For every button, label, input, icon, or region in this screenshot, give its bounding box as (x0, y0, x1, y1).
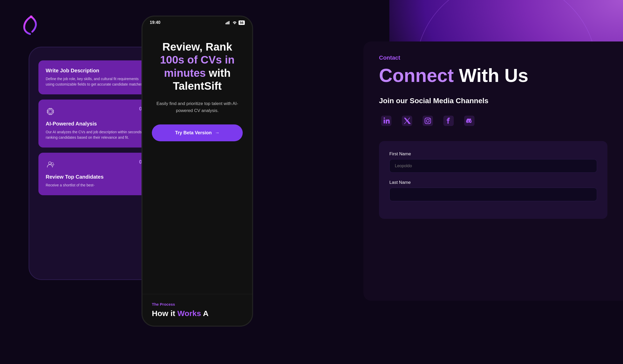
logo (21, 16, 42, 37)
panel-right: Contact Connect With Us Join our Social … (363, 41, 623, 301)
discord-icon[interactable] (462, 114, 477, 128)
process-title-suffix: A (201, 309, 208, 318)
headline-white-1: Review, Rank (162, 41, 232, 53)
social-section-title: Join our Social Media Channels (379, 96, 607, 106)
battery-indicator: 56 (239, 20, 245, 25)
contact-form: First Name Last Name (379, 141, 607, 219)
connect-purple: Connect (379, 65, 454, 86)
svg-rect-1 (48, 109, 53, 114)
status-time: 19:40 (150, 20, 160, 25)
feature-card-3-desc: Receive a shortlist of the best- (46, 183, 144, 188)
linkedin-icon[interactable] (379, 114, 394, 128)
process-title-white: How it (152, 309, 177, 318)
svg-rect-24 (423, 116, 433, 126)
phone-center: 19:40 56 Review, Rank 100s of CVs in min… (141, 16, 253, 327)
contact-label: Contact (379, 54, 607, 61)
svg-point-15 (49, 162, 51, 164)
process-title: How it Works A (152, 309, 243, 318)
feature-card-ai-analysis: 03 AI-Powered Analysis Our AI analyzes t… (38, 100, 151, 148)
connect-title: Connect With Us (379, 65, 607, 86)
social-icons-row (379, 114, 607, 128)
feature-card-2-title: AI-Powered Analysis (46, 121, 144, 127)
status-bar: 19:40 56 (143, 17, 252, 25)
person-icon (46, 160, 144, 170)
process-label: The Process (152, 302, 243, 306)
arrow-icon: → (215, 130, 220, 136)
svg-point-16 (51, 163, 53, 165)
try-beta-button[interactable]: Try Beta Version → (152, 124, 243, 141)
last-name-input[interactable] (389, 188, 597, 201)
feature-card-3-title: Review Top Candidates (46, 174, 144, 180)
instagram-icon[interactable] (421, 114, 435, 128)
cpu-icon (46, 107, 144, 117)
svg-rect-2 (49, 110, 52, 113)
status-icons: 56 (226, 20, 245, 25)
feature-card-2-desc: Our AI analyzes the CVs and job descript… (46, 129, 144, 140)
svg-rect-19 (228, 22, 228, 24)
last-name-label: Last Name (389, 180, 597, 185)
connect-white: With Us (454, 65, 528, 86)
feature-card-review-candidates: 04 Review Top Candidates Receive a short… (38, 153, 151, 195)
phone-main-content: Review, Rank 100s of CVs in minutes with… (143, 25, 252, 294)
feature-card-1-title: Write Job Description (46, 68, 144, 74)
first-name-input[interactable] (389, 159, 597, 173)
phone-bottom-section: The Process How it Works A (143, 294, 252, 326)
feature-card-write-job: Write Job Description Define the job rol… (38, 60, 151, 94)
svg-rect-18 (227, 22, 227, 24)
try-beta-label: Try Beta Version (175, 130, 212, 136)
hero-headline: Review, Rank 100s of CVs in minutes with… (152, 40, 243, 93)
first-name-label: First Name (389, 151, 597, 157)
process-title-purple: Works (177, 309, 201, 318)
first-name-field: First Name (389, 151, 597, 173)
svg-rect-17 (226, 23, 226, 24)
svg-point-21 (234, 24, 235, 25)
svg-rect-20 (229, 21, 229, 24)
last-name-field: Last Name (389, 180, 597, 201)
twitter-x-icon[interactable] (400, 114, 414, 128)
facebook-icon[interactable] (441, 114, 456, 128)
feature-card-1-desc: Define the job role, key skills, and cul… (46, 76, 144, 87)
svg-point-27 (429, 118, 430, 119)
phone-left: Write Job Description Define the job rol… (29, 47, 161, 280)
hero-subtext: Easily find and prioritize top talent wi… (152, 100, 243, 114)
